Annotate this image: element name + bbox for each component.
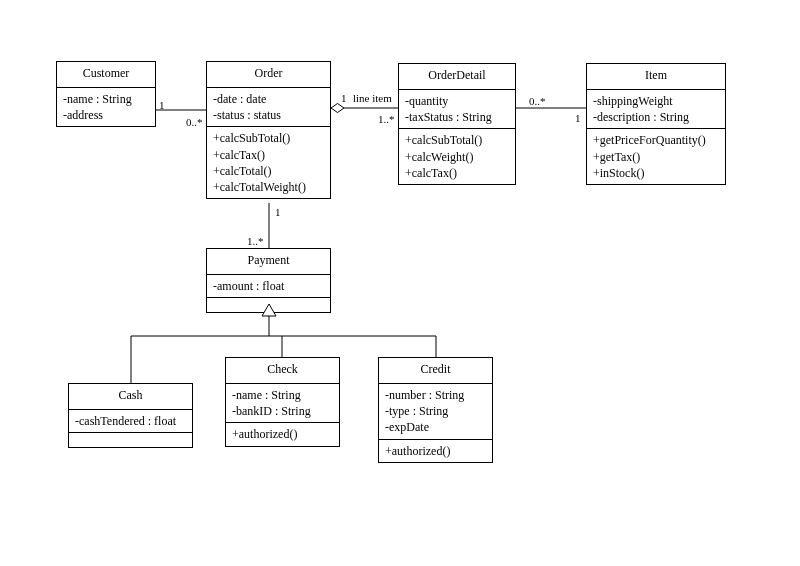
class-order: Order -date : date -status : status +cal… <box>206 61 331 199</box>
mult-orderdetail-0star: 0..* <box>529 95 546 107</box>
attr: -number : String <box>385 387 486 403</box>
attr: -name : String <box>63 91 149 107</box>
class-orderdetail: OrderDetail -quantity -taxStatus : Strin… <box>398 63 516 185</box>
op: +calcSubTotal() <box>213 130 324 146</box>
class-cash: Cash -cashTendered : float <box>68 383 193 448</box>
op: +calcTotal() <box>213 163 324 179</box>
mult-order-payment-1: 1 <box>275 206 281 218</box>
class-title: Customer <box>57 62 155 87</box>
class-operations: +calcSubTotal() +calcTax() +calcTotal() … <box>207 126 330 198</box>
class-operations <box>207 297 330 312</box>
class-operations: +calcSubTotal() +calcWeight() +calcTax() <box>399 128 515 184</box>
op: +authorized() <box>232 426 333 442</box>
op: +calcSubTotal() <box>405 132 509 148</box>
class-title: Check <box>226 358 339 383</box>
op: +inStock() <box>593 165 719 181</box>
mult-item-1: 1 <box>575 112 581 124</box>
class-attributes: -shippingWeight -description : String <box>587 89 725 128</box>
attr: -date : date <box>213 91 324 107</box>
class-payment: Payment -amount : float <box>206 248 331 313</box>
attr: -description : String <box>593 109 719 125</box>
op: +calcTotalWeight() <box>213 179 324 195</box>
mult-customer-1: 1 <box>159 99 165 111</box>
class-operations <box>69 432 192 447</box>
class-operations: +getPriceForQuantity() +getTax() +inStoc… <box>587 128 725 184</box>
attr: -taxStatus : String <box>405 109 509 125</box>
svg-marker-2 <box>331 104 344 113</box>
mult-order-1: 1 <box>341 92 347 104</box>
class-attributes: -name : String -bankID : String <box>226 383 339 422</box>
op: +calcTax() <box>213 147 324 163</box>
class-attributes: -amount : float <box>207 274 330 297</box>
attr: -expDate <box>385 419 486 435</box>
class-customer: Customer -name : String -address <box>56 61 156 127</box>
class-attributes: -date : date -status : status <box>207 87 330 126</box>
class-item: Item -shippingWeight -description : Stri… <box>586 63 726 185</box>
mult-order-0star: 0..* <box>186 116 203 128</box>
attr: -bankID : String <box>232 403 333 419</box>
op: +authorized() <box>385 443 486 459</box>
op: +calcTax() <box>405 165 509 181</box>
attr: -status : status <box>213 107 324 123</box>
attr: -type : String <box>385 403 486 419</box>
class-title: Credit <box>379 358 492 383</box>
attr: -name : String <box>232 387 333 403</box>
class-operations: +authorized() <box>226 422 339 445</box>
class-operations: +authorized() <box>379 439 492 462</box>
class-attributes: -quantity -taxStatus : String <box>399 89 515 128</box>
mult-orderdetail-1star: 1..* <box>378 113 395 125</box>
class-attributes: -cashTendered : float <box>69 409 192 432</box>
class-check: Check -name : String -bankID : String +a… <box>225 357 340 447</box>
class-title: OrderDetail <box>399 64 515 89</box>
attr: -cashTendered : float <box>75 413 186 429</box>
class-title: Item <box>587 64 725 89</box>
attr: -quantity <box>405 93 509 109</box>
class-title: Cash <box>69 384 192 409</box>
class-title: Order <box>207 62 330 87</box>
class-attributes: -number : String -type : String -expDate <box>379 383 492 439</box>
class-attributes: -name : String -address <box>57 87 155 126</box>
mult-payment-1star: 1..* <box>247 235 264 247</box>
op: +calcWeight() <box>405 149 509 165</box>
class-title: Payment <box>207 249 330 274</box>
class-credit: Credit -number : String -type : String -… <box>378 357 493 463</box>
role-lineitem: line item <box>353 92 392 104</box>
attr: -address <box>63 107 149 123</box>
op: +getTax() <box>593 149 719 165</box>
attr: -shippingWeight <box>593 93 719 109</box>
op: +getPriceForQuantity() <box>593 132 719 148</box>
attr: -amount : float <box>213 278 324 294</box>
